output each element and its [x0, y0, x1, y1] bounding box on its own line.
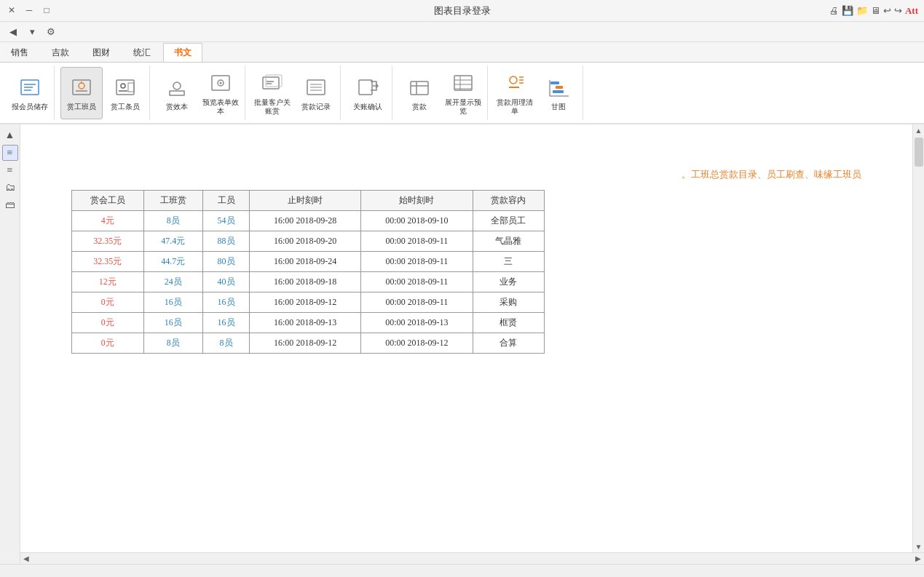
btn-banyuan[interactable]: 赏工班员: [60, 67, 103, 119]
col-header-4: 工员: [202, 191, 249, 211]
btn-ganttu-label: 甘图: [551, 103, 566, 111]
title-bar-right: 🖨 💾 📁 🖥 ↩ ↪ Att: [829, 5, 918, 17]
table-row: 采购2018-09-11 00:002018-09-12 16:0016员16员…: [72, 293, 545, 313]
btn-qingdan[interactable]: 赏款用理清单: [494, 67, 536, 119]
maximize-button[interactable]: □: [41, 5, 52, 17]
data-table: 赏款容内 始时刻时 止时刻时 工员 工班赏 赏会工员 全部员工2018-09-1…: [71, 190, 545, 354]
table-row: 全部员工2018-09-10 00:002018-09-28 16:0054员8…: [72, 211, 545, 231]
horizontal-scrollbar[interactable]: ◀ ▶: [20, 552, 924, 564]
svg-point-5: [79, 83, 84, 89]
table-cell-3-0: 业务: [473, 272, 544, 293]
svg-rect-40: [550, 81, 559, 84]
scroll-down-arrow[interactable]: ▼: [913, 541, 925, 552]
scroll-left-arrow[interactable]: ◀: [20, 553, 32, 565]
scroll-right-arrow[interactable]: ▶: [912, 553, 924, 565]
banyuan-icon: [68, 74, 95, 100]
monitor-icon[interactable]: 🖥: [871, 5, 880, 17]
minimize-button[interactable]: ─: [23, 5, 35, 17]
content-area: 工班总赏款目录、员工刷查、味缘工班员。 赏款容内 始时刻时 止时刻时 工员 工班…: [20, 124, 912, 552]
table-row: 气晶雅2018-09-11 00:002018-09-20 16:0088员47…: [72, 231, 545, 252]
confirm-icon: [355, 74, 381, 100]
save-icon[interactable]: 💾: [842, 5, 853, 17]
btn-baohui[interactable]: 报会员储存: [9, 67, 51, 119]
tab-tonghui[interactable]: 统汇: [122, 43, 162, 62]
baohui-icon: [17, 74, 43, 100]
sidebar-list2-icon[interactable]: ≡: [2, 162, 18, 178]
ribbon-group-7: 赏款用理清单 甘图: [491, 65, 583, 120]
tiaoyuan-icon: [112, 74, 138, 100]
table-row: 三2018-09-11 00:002018-09-24 16:0080员44.7…: [72, 252, 545, 272]
sidebar-drawer-icon[interactable]: 🗃: [2, 197, 18, 213]
redo-icon[interactable]: ↪: [894, 5, 902, 17]
table-cell-3-4: 24员: [143, 272, 202, 293]
table-cell-0-5: 4元: [72, 211, 144, 231]
btn-expand[interactable]: 展开显示预览: [442, 67, 484, 119]
btn-batch-customer[interactable]: 批量客户关账赏: [251, 67, 293, 119]
btn-records[interactable]: 赏款记录: [295, 67, 337, 119]
col-header-1: 赏款容内: [473, 191, 544, 211]
table-cell-6-1: 2018-09-12 00:00: [361, 333, 473, 354]
tab-jikuan[interactable]: 吉款: [41, 43, 80, 62]
expand-icon: [450, 71, 476, 96]
table-row: 合算2018-09-12 00:002018-09-12 16:008员8员0元: [72, 333, 545, 354]
svg-rect-41: [556, 86, 563, 89]
table-cell-6-2: 2018-09-12 16:00: [250, 333, 361, 354]
table-cell-6-0: 合算: [473, 333, 544, 354]
table-cell-2-5: 32.35元: [72, 252, 144, 272]
btn-confirm[interactable]: 关账确认: [347, 67, 389, 119]
left-sidebar: ▲ ≡ ≡ 🗂 🗃: [0, 124, 20, 564]
printer-icon[interactable]: 🖨: [829, 5, 839, 17]
btn-shang-label: 赏款: [412, 103, 427, 111]
ribbon-group-1: 报会员储存: [6, 65, 55, 120]
sidebar-folder-icon[interactable]: 🗂: [2, 180, 18, 196]
back-icon[interactable]: ◀: [6, 25, 20, 39]
btn-tiaoyuan-label: 赏工条员: [111, 103, 140, 111]
ribbon-group-2: 赏工班员 赏工条员: [58, 65, 150, 120]
svg-rect-30: [454, 76, 472, 90]
svg-point-16: [220, 82, 222, 84]
table-cell-1-4: 47.4元: [143, 231, 202, 252]
btn-batch-label: 批量客户关账赏: [253, 98, 291, 116]
col-header-5: 工班赏: [143, 191, 202, 211]
sidebar-scroll-up[interactable]: ▲: [2, 127, 18, 143]
btn-ganttu[interactable]: 甘图: [537, 67, 580, 119]
sidebar-list-icon[interactable]: ≡: [2, 145, 18, 161]
table-cell-2-0: 三: [473, 252, 544, 272]
folder-icon[interactable]: 📁: [856, 5, 868, 17]
btn-benxiao[interactable]: 赏效本: [156, 67, 198, 119]
table-cell-0-4: 8员: [143, 211, 202, 231]
ribbon-toolbar: 报会员储存 赏工班员: [0, 63, 924, 124]
table-cell-0-1: 2018-09-10 00:00: [361, 211, 473, 231]
tab-shuwen[interactable]: 书文: [163, 43, 202, 62]
table-cell-5-5: 0元: [72, 313, 144, 333]
ribbon-group-6: 赏款 展开显示预览: [395, 65, 488, 120]
svg-point-9: [121, 84, 125, 88]
scroll-up-arrow[interactable]: ▲: [913, 124, 925, 136]
close-button[interactable]: ✕: [6, 5, 17, 17]
vertical-scrollbar[interactable]: ▲ ▼: [912, 124, 924, 552]
scroll-thumb[interactable]: [915, 138, 923, 167]
table-cell-5-3: 16员: [202, 313, 249, 333]
tab-tucai[interactable]: 图财: [82, 43, 121, 62]
tab-sales[interactable]: 销售: [0, 43, 39, 62]
table-row: 业务2018-09-11 00:002018-09-18 16:0040员24员…: [72, 272, 545, 293]
ribbon-group-5: 关账确认: [344, 65, 392, 120]
title-bar-left: ✕ ─ □: [6, 5, 52, 17]
btn-tiaoyuan[interactable]: 赏工条员: [104, 67, 146, 119]
table-cell-2-3: 80员: [202, 252, 249, 272]
btn-preview-benxiao-label: 预览表单效本: [202, 98, 240, 116]
main-area: ▲ ≡ ≡ 🗂 🗃 工班总赏款目录、员工刷查、味缘工班员。 赏款容内 始时刻时: [0, 124, 924, 564]
btn-shang[interactable]: 赏款: [398, 67, 441, 119]
scroll-track[interactable]: [913, 136, 924, 541]
btn-banyuan-label: 赏工班员: [67, 103, 96, 111]
btn-benxiao-label: 赏效本: [166, 103, 188, 111]
batch-customer-icon: [259, 71, 285, 96]
hscroll-track[interactable]: [32, 553, 912, 564]
btn-preview-benxiao[interactable]: 预览表单效本: [200, 67, 242, 119]
settings-icon[interactable]: ⚙: [44, 25, 58, 39]
table-cell-5-2: 2018-09-13 16:00: [250, 313, 361, 333]
btn-records-label: 赏款记录: [301, 103, 331, 111]
undo-icon[interactable]: ↩: [883, 5, 891, 17]
ribbon-group-4: 批量客户关账赏 赏款记录: [248, 65, 341, 120]
dropdown-icon[interactable]: ▾: [25, 25, 39, 39]
